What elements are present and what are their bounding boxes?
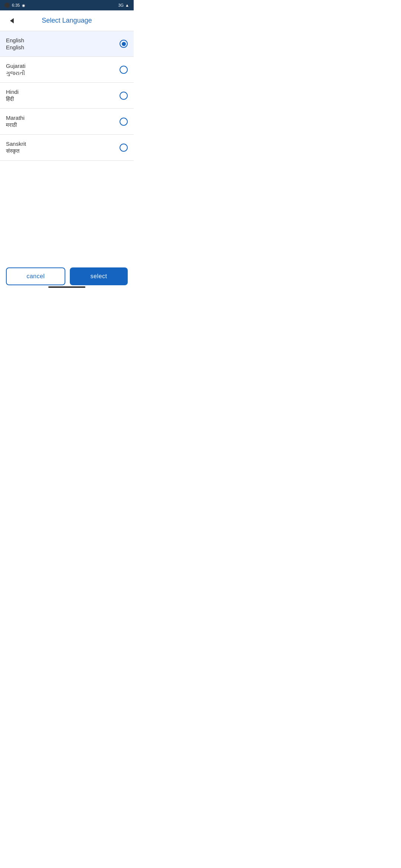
language-text-gujarati: Gujaratiગુજરાતી — [6, 63, 26, 76]
language-item-english[interactable]: EnglishEnglish — [0, 31, 134, 57]
select-button[interactable]: select — [70, 267, 128, 285]
status-right: 3G ▲ — [118, 3, 129, 7]
signal-bars-icon: ▲ — [125, 3, 129, 7]
language-item-gujarati[interactable]: Gujaratiગુજરાતી — [0, 57, 134, 83]
radio-sanskrit — [120, 144, 128, 152]
status-signal-icon: ◉ — [22, 3, 25, 7]
language-text-english: EnglishEnglish — [6, 37, 24, 50]
language-name-en-hindi: Hindi — [6, 89, 19, 95]
camera-dot — [4, 3, 10, 8]
language-item-sanskrit[interactable]: Sanskritसंस्कृत — [0, 135, 134, 161]
language-list: EnglishEnglishGujaratiગુજરાતીHindiहिंदीM… — [0, 31, 134, 161]
status-left: 6:35 ◉ — [4, 3, 25, 8]
page-title: Select Language — [18, 17, 116, 24]
language-name-native-hindi: हिंदी — [6, 96, 19, 102]
app-bar: Select Language — [0, 10, 134, 31]
language-name-native-marathi: मराठी — [6, 122, 25, 128]
language-name-en-english: English — [6, 37, 24, 43]
radio-gujarati — [120, 66, 128, 74]
language-name-native-sanskrit: संस्कृत — [6, 148, 26, 154]
radio-hindi — [120, 92, 128, 100]
bottom-bar: cancel select — [0, 263, 134, 289]
language-name-native-english: English — [6, 44, 24, 50]
language-text-hindi: Hindiहिंदी — [6, 89, 19, 102]
cancel-button[interactable]: cancel — [6, 267, 65, 285]
radio-inner-english — [122, 42, 126, 46]
radio-marathi — [120, 118, 128, 126]
home-indicator — [48, 286, 85, 288]
back-button[interactable] — [6, 15, 18, 27]
language-text-sanskrit: Sanskritसंस्कृत — [6, 141, 26, 154]
language-text-marathi: Marathiमराठी — [6, 115, 25, 128]
language-name-en-sanskrit: Sanskrit — [6, 141, 26, 147]
radio-english — [120, 40, 128, 48]
network-label: 3G — [118, 3, 124, 7]
language-name-en-gujarati: Gujarati — [6, 63, 26, 69]
status-time: 6:35 — [12, 3, 20, 7]
language-name-native-gujarati: ગુજરાતી — [6, 70, 26, 76]
status-bar: 6:35 ◉ 3G ▲ — [0, 0, 134, 10]
language-name-en-marathi: Marathi — [6, 115, 25, 121]
language-item-hindi[interactable]: Hindiहिंदी — [0, 83, 134, 109]
language-item-marathi[interactable]: Marathiमराठी — [0, 109, 134, 135]
back-arrow-icon — [10, 18, 14, 23]
